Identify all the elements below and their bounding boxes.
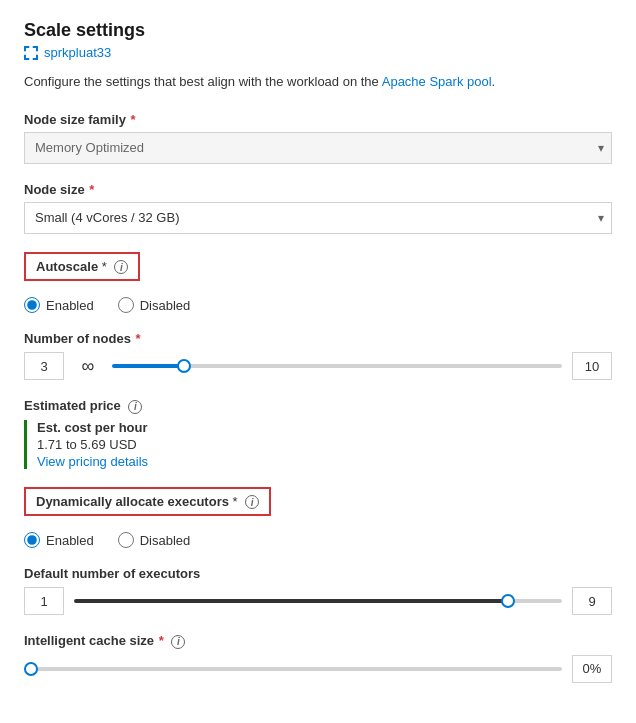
autoscale-enabled-radio[interactable] xyxy=(24,297,40,313)
dynamic-exec-label-text: Dynamically allocate executors xyxy=(36,494,229,509)
autoscale-radio-group: Enabled Disabled xyxy=(24,297,612,313)
page-title: Scale settings xyxy=(24,20,612,41)
dynamic-executors-group: Dynamically allocate executors * i Enabl… xyxy=(24,487,612,549)
node-size-select[interactable]: Small (4 vCores / 32 GB)Medium (8 vCores… xyxy=(24,202,612,234)
node-size-family-label: Node size family * xyxy=(24,112,612,127)
price-value: 1.71 to 5.69 USD xyxy=(37,437,612,452)
default-executors-group: Default number of executors 1 9 xyxy=(24,566,612,615)
cache-value-box: 0% xyxy=(572,655,612,683)
exec-min-value: 1 xyxy=(40,594,47,609)
cache-size-label: Intelligent cache size * i xyxy=(24,633,612,649)
exec-enabled-option[interactable]: Enabled xyxy=(24,532,94,548)
nodes-max-value: 10 xyxy=(585,359,599,374)
node-size-label: Node size * xyxy=(24,182,612,197)
autoscale-disabled-radio[interactable] xyxy=(118,297,134,313)
autoscale-required: * xyxy=(98,259,107,274)
estimated-price-label: Estimated price i xyxy=(24,398,612,414)
dynamic-exec-info-icon[interactable]: i xyxy=(245,495,259,509)
node-size-family-select[interactable]: Memory OptimizedGeneral PurposeCompute O… xyxy=(24,132,612,164)
exec-slider-row: 1 9 xyxy=(24,587,612,615)
cache-size-group: Intelligent cache size * i 0% xyxy=(24,633,612,683)
default-executors-text: Default number of executors xyxy=(24,566,200,581)
price-card-title: Est. cost per hour xyxy=(37,420,612,435)
node-size-family-text: Node size family xyxy=(24,112,126,127)
cache-track-wrapper xyxy=(24,655,562,683)
nodes-slider[interactable] xyxy=(112,364,562,368)
autoscale-enabled-option[interactable]: Enabled xyxy=(24,297,94,313)
dynamic-exec-box: Dynamically allocate executors * i xyxy=(24,487,271,517)
exec-slider[interactable] xyxy=(74,599,562,603)
number-of-nodes-label: Number of nodes * xyxy=(24,331,612,346)
exec-min-box: 1 xyxy=(24,587,64,615)
nodes-track-wrapper xyxy=(112,352,562,380)
number-of-nodes-text: Number of nodes xyxy=(24,331,131,346)
cache-slider[interactable] xyxy=(24,667,562,671)
node-size-group: Node size * Small (4 vCores / 32 GB)Medi… xyxy=(24,182,612,234)
exec-required: * xyxy=(229,494,238,509)
autoscale-group: Autoscale * i Enabled Disabled xyxy=(24,252,612,314)
cache-required: * xyxy=(155,633,164,648)
autoscale-disabled-option[interactable]: Disabled xyxy=(118,297,191,313)
exec-track-wrapper xyxy=(74,587,562,615)
cache-info-icon[interactable]: i xyxy=(171,635,185,649)
dynamic-exec-radio-group: Enabled Disabled xyxy=(24,532,612,548)
exec-disabled-label: Disabled xyxy=(140,533,191,548)
nodes-required: * xyxy=(132,331,141,346)
exec-enabled-label: Enabled xyxy=(46,533,94,548)
autoscale-info-icon[interactable]: i xyxy=(114,260,128,274)
autoscale-disabled-label: Disabled xyxy=(140,298,191,313)
required-star2: * xyxy=(86,182,95,197)
infinity-icon: ∞ xyxy=(82,356,95,377)
autoscale-label-text: Autoscale xyxy=(36,259,98,274)
node-size-text: Node size xyxy=(24,182,85,197)
exec-enabled-radio[interactable] xyxy=(24,532,40,548)
description: Configure the settings that best align w… xyxy=(24,72,612,92)
resource-name-label: sprkpluat33 xyxy=(44,45,111,60)
autoscale-enabled-label: Enabled xyxy=(46,298,94,313)
exec-max-box: 9 xyxy=(572,587,612,615)
exec-disabled-option[interactable]: Disabled xyxy=(118,532,191,548)
cache-size-text: Intelligent cache size xyxy=(24,633,154,648)
default-executors-label: Default number of executors xyxy=(24,566,612,581)
node-size-wrapper: Small (4 vCores / 32 GB)Medium (8 vCores… xyxy=(24,202,612,234)
resource-name-row: sprkpluat33 xyxy=(24,45,612,60)
estimated-price-section: Estimated price i Est. cost per hour 1.7… xyxy=(24,398,612,469)
node-size-family-wrapper: Memory OptimizedGeneral PurposeCompute O… xyxy=(24,132,612,164)
nodes-min-box: 3 xyxy=(24,352,64,380)
number-of-nodes-group: Number of nodes * 3 ∞ 10 xyxy=(24,331,612,380)
exec-max-value: 9 xyxy=(588,594,595,609)
resource-icon xyxy=(24,46,38,60)
required-star: * xyxy=(127,112,136,127)
exec-disabled-radio[interactable] xyxy=(118,532,134,548)
cache-value: 0% xyxy=(583,661,602,676)
node-size-family-group: Node size family * Memory OptimizedGener… xyxy=(24,112,612,164)
nodes-slider-row: 3 ∞ 10 xyxy=(24,352,612,380)
infinity-wrapper: ∞ xyxy=(74,356,102,377)
estimated-price-info-icon[interactable]: i xyxy=(128,400,142,414)
autoscale-box: Autoscale * i xyxy=(24,252,140,282)
nodes-min-value: 3 xyxy=(40,359,47,374)
view-pricing-link[interactable]: View pricing details xyxy=(37,454,612,469)
nodes-max-box: 10 xyxy=(572,352,612,380)
price-card: Est. cost per hour 1.71 to 5.69 USD View… xyxy=(24,420,612,469)
cache-slider-row: 0% xyxy=(24,655,612,683)
estimated-price-text: Estimated price xyxy=(24,398,121,413)
